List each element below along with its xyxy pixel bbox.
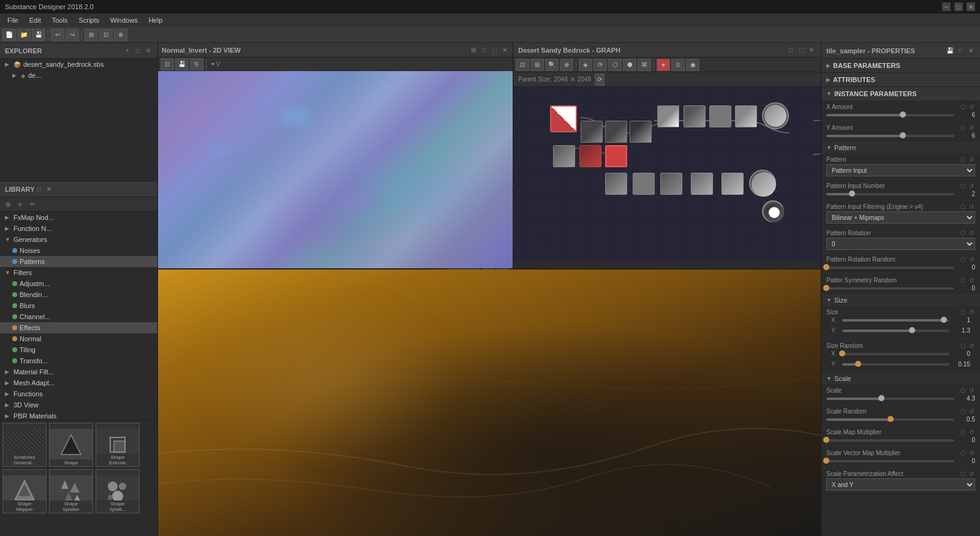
graph-node-out2[interactable] <box>749 170 776 197</box>
graph-node-3[interactable] <box>630 121 652 143</box>
maximize-button[interactable]: □ <box>954 2 963 11</box>
graph-node-2[interactable] <box>605 121 627 143</box>
library-item-3dview[interactable]: ▶ 3D View <box>0 399 157 410</box>
scale-thumb[interactable] <box>878 395 884 401</box>
scale-random-slider[interactable]: 0.5 <box>826 416 975 423</box>
graph-tool-6[interactable]: ⟳ <box>594 59 607 71</box>
pattern-select[interactable]: Pattern Input <box>826 164 975 176</box>
size-random-link-btn[interactable]: ⬡ <box>959 342 967 349</box>
lib-thumb-shape-mapper[interactable]: ShapeMapper <box>2 469 47 513</box>
pattern-input-num-reset-btn[interactable]: ↺ <box>968 182 975 189</box>
graph-node-b1[interactable] <box>605 173 627 195</box>
graph-node-out1[interactable] <box>762 102 789 129</box>
graph-tool-7[interactable]: ⬡ <box>608 59 622 71</box>
size-random-y-thumb[interactable] <box>855 361 861 367</box>
library-item-filters[interactable]: ▼ Filters <box>0 267 157 278</box>
size-random-y-slider-container[interactable] <box>842 363 949 366</box>
scale-vec-map-mult-thumb[interactable] <box>823 458 829 464</box>
menu-windows[interactable]: Windows <box>105 15 143 25</box>
toolbar-btn-5[interactable]: ⊕ <box>114 29 127 41</box>
y-amount-thumb[interactable] <box>900 132 906 138</box>
graph-node-b4[interactable] <box>691 173 713 195</box>
scale-slider[interactable]: 4.3 <box>826 395 975 402</box>
toolbar-btn-4[interactable]: ⊡ <box>99 29 113 41</box>
base-parameters-header[interactable]: ▶ BASE PARAMETERS <box>821 59 980 72</box>
lib-thumb-shape-extrude[interactable]: ShapeExtrude <box>96 423 140 467</box>
size-y-slider-container[interactable] <box>842 330 949 332</box>
library-item-material[interactable]: ▶ Material Filt... <box>0 366 157 377</box>
scale-map-mult-thumb[interactable] <box>823 437 829 443</box>
pattern-symmetry-random-reset-btn[interactable]: ↺ <box>968 276 975 284</box>
library-item-normal[interactable]: Normal <box>0 333 157 344</box>
pattern-symmetry-random-slider[interactable]: 0 <box>826 285 975 292</box>
size-x-thumb[interactable] <box>941 317 947 323</box>
pattern-input-num-slider[interactable]: 2 <box>826 191 975 197</box>
lib-edit-btn[interactable]: ✏ <box>27 199 38 210</box>
library-item-patterns[interactable]: Patterns <box>0 256 157 267</box>
properties-close-btn[interactable]: ✕ <box>967 47 975 55</box>
scale-random-reset-btn[interactable]: ↺ <box>968 407 975 415</box>
pattern-rotation-random-thumb[interactable] <box>823 264 829 270</box>
pattern-link-btn[interactable]: ⬡ <box>959 156 967 163</box>
new-button[interactable]: 📄 <box>2 29 16 41</box>
lib-list-btn[interactable]: ≡ <box>15 199 26 210</box>
library-float-btn[interactable]: □ <box>34 185 43 194</box>
graph-node-1[interactable] <box>581 121 603 143</box>
pattern-rotation-random-link-btn[interactable]: ⬡ <box>959 255 967 263</box>
x-amount-link-btn[interactable]: ⬡ <box>959 103 967 110</box>
library-item-channels[interactable]: Channel... <box>0 311 157 322</box>
menu-help[interactable]: Help <box>144 15 168 25</box>
graph-expand-btn[interactable]: ⬚ <box>797 46 805 55</box>
x-amount-slider[interactable]: 6 <box>826 111 975 118</box>
scale-map-mult-link-btn[interactable]: ⬡ <box>959 428 967 436</box>
library-item-pbr[interactable]: ▶ PBR Materials <box>0 410 157 420</box>
scale-param-link-btn[interactable]: ⬡ <box>959 470 967 477</box>
graph-tool-1[interactable]: ⊡ <box>516 59 529 71</box>
graph-node-b5[interactable] <box>722 173 744 195</box>
pattern-symmetry-random-thumb[interactable] <box>823 285 829 291</box>
lib-thumb-shape-splatter[interactable]: ShapeSplatter <box>49 469 93 513</box>
x-amount-reset-btn[interactable]: ↺ <box>968 103 975 110</box>
graph-tool-8[interactable]: ⬢ <box>623 59 636 71</box>
graph-node-5[interactable] <box>684 105 706 127</box>
scale-map-mult-reset-btn[interactable]: ↺ <box>968 428 975 436</box>
library-item-mesh[interactable]: ▶ Mesh Adapt... <box>0 377 157 388</box>
graph-tool-2[interactable]: ⊞ <box>530 59 544 71</box>
scale-link-btn[interactable]: ⬡ <box>959 387 967 394</box>
library-item-generators[interactable]: ▼ Generators <box>0 234 157 245</box>
graph-node-input[interactable] <box>550 105 577 132</box>
scale-param-select[interactable]: X and Y X Y <box>826 478 975 491</box>
lib-thumb-shape[interactable]: Shape <box>49 423 93 467</box>
graph-tool-11[interactable]: ⊙ <box>671 59 685 71</box>
library-item-blurs[interactable]: Blurs <box>0 300 157 311</box>
scale-vec-map-mult-slider[interactable]: 0 <box>826 458 975 464</box>
lib-grid-btn[interactable]: ⊞ <box>2 199 13 210</box>
explorer-root[interactable]: ▶ 📦 desert_sandy_bedrock.sbs <box>0 59 157 70</box>
graph-float-btn[interactable]: □ <box>786 46 795 55</box>
pattern-input-num-link-btn[interactable]: ⬡ <box>959 182 967 189</box>
graph-node-4[interactable] <box>657 105 679 127</box>
close-button[interactable]: ✕ <box>967 2 975 11</box>
scale-vec-map-mult-link-btn[interactable]: ⬡ <box>959 449 967 456</box>
library-item-fxmap[interactable]: ▶ FxMap Nod... <box>0 212 157 223</box>
view-3d-panel[interactable] <box>158 270 821 536</box>
graph-node-out3[interactable] <box>762 200 784 222</box>
scale-random-link-btn[interactable]: ⬡ <box>959 407 967 415</box>
library-item-blending[interactable]: Blendin... <box>0 289 157 300</box>
library-item-adjustment[interactable]: Adjustm... <box>0 278 157 289</box>
pattern-filtering-link-btn[interactable]: ⬡ <box>959 203 967 210</box>
save-button[interactable]: 💾 <box>32 29 45 41</box>
graph-node-r2[interactable] <box>579 145 601 167</box>
view-2d-config-btn[interactable]: ⊞ <box>469 46 478 55</box>
pattern-reset-btn[interactable]: ↺ <box>968 156 975 163</box>
library-item-tiling[interactable]: Tiling <box>0 344 157 355</box>
minimize-button[interactable]: ─ <box>942 2 951 11</box>
graph-node-b2[interactable] <box>633 173 655 195</box>
pattern-input-num-thumb[interactable] <box>849 191 855 197</box>
graph-tool-12[interactable]: ◉ <box>686 59 699 71</box>
explorer-float-btn[interactable]: □ <box>134 47 142 55</box>
graph-node-r1[interactable] <box>553 145 575 167</box>
pattern-symmetry-random-link-btn[interactable]: ⬡ <box>959 276 967 284</box>
view-2d-expand-btn[interactable]: □ <box>480 46 488 55</box>
graph-viewport[interactable] <box>513 87 821 262</box>
